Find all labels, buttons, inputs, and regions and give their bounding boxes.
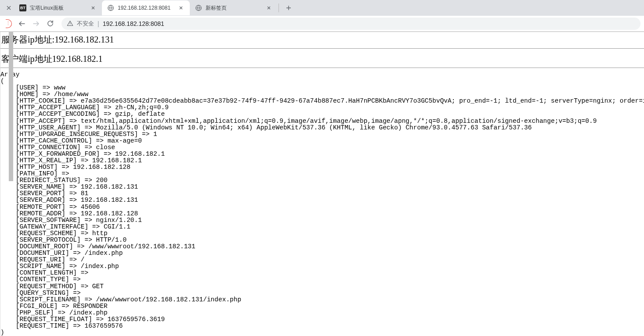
tab-current[interactable]: 192.168.182.128:8081 [102,0,190,15]
content-area: 服务器ip地址:192.168.182.131 客户端ip地址192.168.1… [0,32,644,336]
reload-icon [47,20,54,27]
plus-icon [286,5,291,11]
address-bar[interactable]: 不安全 | 192.168.182.128:8081 [62,18,640,30]
arrow-left-icon [18,20,26,28]
arrow-right-icon [32,20,40,28]
tab-close-button[interactable] [265,4,272,11]
extension-icon [6,19,12,28]
tab-separator [279,4,279,12]
toolbar: 不安全 | 192.168.182.128:8081 [0,16,644,32]
globe-icon [107,4,114,11]
new-tab-button[interactable] [282,2,295,14]
scroll-gutter[interactable] [0,32,0,336]
php-array-dump: Array ( [USER] => www [HOME] => /home/ww… [0,71,644,336]
tab-newpage[interactable]: 新标签页 [190,0,278,15]
back-button[interactable] [16,18,28,30]
reload-button[interactable] [44,18,56,30]
security-label: 不安全 [77,20,94,28]
divider [0,68,644,68]
window-close-handle[interactable] [4,6,14,10]
url-text: 192.168.182.128:8081 [103,20,164,27]
close-icon [267,6,271,10]
page-body: 服务器ip地址:192.168.182.131 客户端ip地址192.168.1… [0,32,644,336]
client-ip-value: 192.168.182.1 [52,54,103,64]
browser-chrome: BT 宝塔Linux面板 192.168.182.128:8081 新标签页 [0,0,644,32]
server-ip-line: 服务器ip地址:192.168.182.131 [0,32,644,47]
tab-title: 192.168.182.128:8081 [118,5,174,11]
tab-close-button[interactable] [177,4,185,11]
url-separator: | [98,20,99,27]
globe-icon [195,4,202,11]
close-icon [7,6,11,10]
client-ip-line: 客户端ip地址192.168.182.1 [0,51,644,67]
tab-baota[interactable]: BT 宝塔Linux面板 [14,0,102,15]
tab-title: 新标签页 [206,4,262,12]
warning-icon [67,20,73,27]
forward-button[interactable] [30,18,42,30]
server-ip-value: 192.168.182.131 [54,35,114,44]
tab-close-button[interactable] [90,4,97,11]
tab-strip: BT 宝塔Linux面板 192.168.182.128:8081 新标签页 [0,0,644,16]
svg-point-3 [70,25,70,25]
bt-favicon: BT [19,4,26,11]
close-icon [179,6,183,10]
close-icon [91,6,95,10]
scroll-thumb[interactable] [9,32,13,181]
divider [0,48,644,49]
extension-handle[interactable] [4,19,14,28]
tab-title: 宝塔Linux面板 [30,4,86,12]
